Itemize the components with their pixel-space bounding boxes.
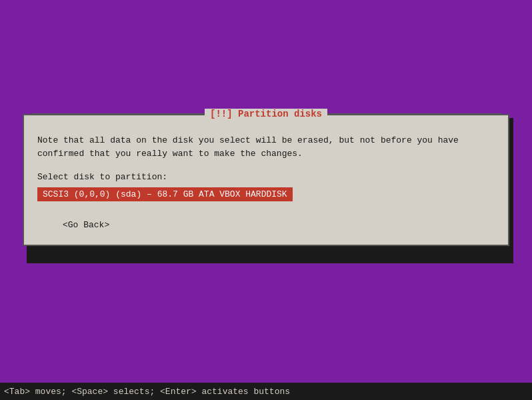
description-line1: Note that all data on the disk you selec… — [37, 135, 459, 145]
disk-list: SCSI3 (0,0,0) (sda) – 68.7 GB ATA VBOX H… — [37, 187, 495, 212]
go-back-button[interactable]: <Go Back> — [57, 219, 115, 231]
title-line-left — [31, 113, 205, 115]
status-text: <Tab> moves; <Space> selects; <Enter> ac… — [4, 387, 290, 397]
dialog-title: [!!] Partition disks — [205, 109, 327, 119]
description-text: Note that all data on the disk you selec… — [37, 134, 495, 160]
description-line2: confirmed that you really want to make t… — [37, 149, 303, 159]
status-bar: <Tab> moves; <Space> selects; <Enter> ac… — [0, 383, 532, 400]
dialog-box: [!!] Partition disks Note that all data … — [23, 114, 509, 246]
title-line-right — [327, 113, 501, 115]
select-label: Select disk to partition: — [37, 172, 495, 182]
dialog-body: Note that all data on the disk you selec… — [24, 121, 508, 245]
title-bar: [!!] Partition disks — [24, 109, 508, 119]
disk-option[interactable]: SCSI3 (0,0,0) (sda) – 68.7 GB ATA VBOX H… — [37, 187, 293, 201]
